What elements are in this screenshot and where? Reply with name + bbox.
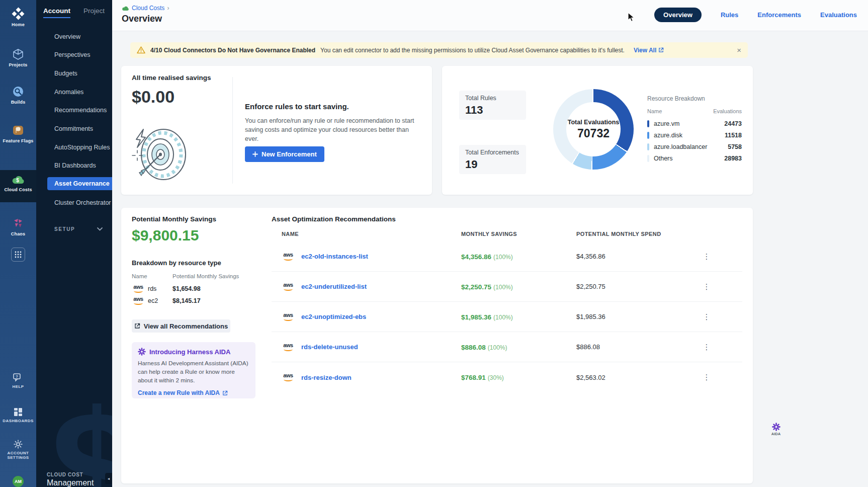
collapse-sidebar-button[interactable]: ◂ bbox=[105, 473, 112, 484]
view-all-recommendations-button[interactable]: View all Recommendations bbox=[132, 319, 230, 333]
sidebar-item-autostopping-rules[interactable]: AutoStopping Rules bbox=[54, 144, 110, 151]
rail-item-cloud-costs[interactable]: $ Cloud Costs bbox=[0, 170, 36, 202]
sidebar-tab-account[interactable]: Account bbox=[43, 7, 70, 18]
table-row[interactable]: aws rds-resize-down $768.91(30%) $2,563.… bbox=[272, 362, 742, 392]
table-row[interactable]: aws rds-delete-unused $886.08(100%) $886… bbox=[272, 332, 742, 362]
breadcrumb-cloud-costs-link[interactable]: Cloud Costs bbox=[132, 5, 164, 12]
rail-item-builds[interactable]: Builds bbox=[0, 86, 36, 105]
svg-text:$: $ bbox=[16, 178, 19, 183]
enforce-cta-body: You can enforce/run any rule or rule rec… bbox=[245, 116, 421, 143]
page-header: Cloud Costs › Overview Overview Rules En… bbox=[112, 0, 868, 31]
sidebar-item-cluster-orchestrator[interactable]: Cluster Orchestrator bbox=[54, 199, 111, 206]
rail-item-feature-flags[interactable]: Feature Flags bbox=[0, 124, 36, 143]
governance-tabs: Overview Rules Enforcements Evaluations bbox=[654, 8, 857, 22]
breadcrumb-separator: › bbox=[167, 5, 169, 12]
aws-icon: aws bbox=[282, 282, 295, 291]
aida-promo-body: Harness AI Development Assistant (AIDA) … bbox=[138, 359, 249, 385]
kebab-menu-icon[interactable]: ⋮ bbox=[702, 343, 711, 352]
banner-view-all-link[interactable]: View All bbox=[634, 47, 664, 54]
kebab-menu-icon[interactable]: ⋮ bbox=[702, 312, 711, 321]
gear-icon bbox=[0, 440, 36, 449]
breakdown-by-resource-title: Breakdown by resource type bbox=[132, 259, 221, 267]
module-grid-button[interactable] bbox=[11, 248, 25, 262]
banner-title: 4/10 Cloud Connectors Do Not Have Govern… bbox=[150, 47, 315, 54]
aws-icon: aws bbox=[132, 296, 145, 305]
recommendation-link[interactable]: ec2-old-instances-list bbox=[301, 253, 368, 260]
banner-message: You can edit connector to add the missin… bbox=[320, 47, 625, 54]
rail-item-projects[interactable]: Projects bbox=[0, 48, 36, 67]
create-rule-with-aida-link[interactable]: Create a new Rule with AIDA bbox=[138, 389, 249, 396]
kebab-menu-icon[interactable]: ⋮ bbox=[702, 252, 711, 261]
chaos-icon bbox=[0, 217, 36, 229]
realised-savings-value: $0.00 bbox=[132, 87, 175, 107]
main-content: Cloud Costs › Overview Overview Rules En… bbox=[112, 0, 868, 487]
total-enforcements-stat: Total Enforcements 19 bbox=[459, 145, 526, 174]
realised-savings-title: All time realised savings bbox=[132, 74, 211, 82]
aws-icon: aws bbox=[132, 284, 145, 293]
sidebar-item-overview[interactable]: Overview bbox=[54, 33, 80, 40]
aida-promo-title: Introducing Harness AIDA bbox=[149, 348, 230, 356]
tab-overview[interactable]: Overview bbox=[654, 8, 702, 22]
recommendation-link[interactable]: rds-resize-down bbox=[301, 374, 352, 381]
aida-promo-panel: Introducing Harness AIDA Harness AI Deve… bbox=[132, 342, 255, 398]
feature-flags-icon bbox=[0, 124, 36, 136]
table-row[interactable]: aws ec2-old-instances-list $4,356.86(100… bbox=[272, 241, 742, 272]
aws-icon: aws bbox=[282, 343, 295, 352]
tab-rules[interactable]: Rules bbox=[721, 11, 738, 19]
sidebar-tab-project[interactable]: Project bbox=[83, 7, 105, 18]
projects-cube-icon bbox=[0, 48, 36, 60]
legend-row: azure.vm 24473 bbox=[647, 120, 742, 127]
sidebar-item-commitments[interactable]: Commitments bbox=[54, 125, 93, 132]
breadcrumb: Cloud Costs › bbox=[122, 5, 169, 12]
external-link-icon bbox=[134, 323, 140, 329]
dashboards-icon bbox=[0, 408, 36, 417]
builds-icon bbox=[0, 86, 36, 98]
kebab-menu-icon[interactable]: ⋮ bbox=[702, 282, 711, 291]
aws-icon: aws bbox=[282, 312, 295, 321]
rail-item-dashboards[interactable]: DASHBOARDS bbox=[0, 408, 36, 423]
tab-enforcements[interactable]: Enforcements bbox=[757, 11, 801, 19]
aida-fab-button[interactable]: AIDA bbox=[768, 423, 784, 436]
ccm-sidebar: $ Account Project Overview Perspectives … bbox=[36, 0, 112, 487]
realised-savings-card: All time realised savings $0.00 E bbox=[121, 66, 432, 195]
aws-icon: aws bbox=[282, 252, 295, 261]
aida-flower-icon bbox=[768, 423, 784, 431]
grid-icon bbox=[15, 251, 22, 258]
table-row[interactable]: aws ec2-unoptimized-ebs $1,985.36(100%) … bbox=[272, 302, 742, 332]
sidebar-item-bi-dashboards[interactable]: BI Dashboards bbox=[54, 162, 96, 169]
legend-row: azure.disk 11518 bbox=[647, 132, 742, 139]
warning-triangle-icon bbox=[137, 46, 145, 54]
recommendation-link[interactable]: ec2-unoptimized-ebs bbox=[301, 313, 366, 320]
sidebar-item-recommendations[interactable]: Recommendations bbox=[54, 107, 107, 114]
rail-item-account-settings[interactable]: ACCOUNT SETTINGS bbox=[0, 440, 36, 460]
donut-center: Total Evaluations 70732 bbox=[566, 102, 621, 156]
rail-item-home[interactable]: Home bbox=[0, 7, 36, 27]
cloud-icon bbox=[122, 6, 129, 11]
resource-breakdown-legend: Resource Breakdown Name Evaluations azur… bbox=[647, 95, 742, 167]
harness-home-icon bbox=[0, 7, 36, 20]
product-label: CLOUD COST Management bbox=[47, 472, 94, 487]
recommendation-link[interactable]: rds-delete-unused bbox=[301, 343, 358, 351]
rail-item-help[interactable]: ? HELP bbox=[0, 373, 36, 389]
new-enforcement-button[interactable]: New Enforcement bbox=[245, 146, 324, 162]
cloud-costs-icon: $ bbox=[0, 174, 36, 185]
rail-item-chaos[interactable]: Chaos bbox=[0, 217, 36, 236]
collapse-arrow-icon: ◂ bbox=[108, 476, 110, 481]
sidebar-setup-toggle[interactable]: SETUP bbox=[54, 226, 103, 232]
evaluations-donut-chart: Total Evaluations 70732 bbox=[553, 89, 634, 170]
sidebar-item-asset-governance[interactable]: Asset Governance bbox=[47, 177, 112, 190]
table-row[interactable]: aws ec2-underutilized-list $2,250.75(100… bbox=[272, 272, 742, 302]
sidebar-item-budgets[interactable]: Budgets bbox=[54, 70, 77, 77]
tab-evaluations[interactable]: Evaluations bbox=[820, 11, 857, 19]
target-illustration bbox=[129, 122, 190, 183]
page-title: Overview bbox=[122, 14, 162, 24]
kebab-menu-icon[interactable]: ⋮ bbox=[702, 373, 711, 382]
legend-row: Others 28983 bbox=[647, 155, 742, 162]
user-avatar[interactable]: AM bbox=[13, 476, 24, 487]
close-icon[interactable]: × bbox=[737, 46, 741, 54]
chevron-down-icon bbox=[97, 227, 103, 231]
recommendation-link[interactable]: ec2-underutilized-list bbox=[301, 283, 367, 290]
vertical-divider bbox=[232, 77, 233, 184]
sidebar-item-perspectives[interactable]: Perspectives bbox=[54, 51, 91, 58]
sidebar-item-anomalies[interactable]: Anomalies bbox=[54, 89, 83, 96]
